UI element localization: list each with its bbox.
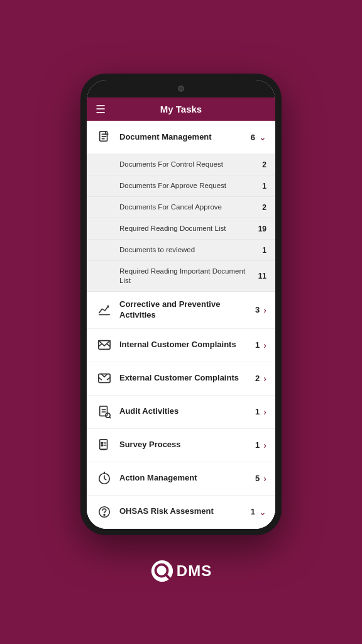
cancel-approve-label: Documents For Cancel Approve [119, 203, 262, 212]
document-icon [96, 128, 113, 146]
required-reading-important-count: 11 [258, 272, 266, 280]
svg-line-10 [109, 417, 110, 418]
app-header: ☰ My Tasks [87, 97, 275, 121]
sub-item-docs-reviewed[interactable]: Documents to reviewed 1 [87, 240, 275, 261]
internal-icon [96, 336, 113, 354]
corrective-preventive-chevron: › [263, 305, 266, 315]
menu-item-corrective-preventive[interactable]: Corrective and Preventive Activities 3 › [87, 292, 275, 329]
survey-process-chevron: › [263, 440, 266, 450]
audit-icon [96, 403, 113, 421]
corrective-preventive-label: Corrective and Preventive Activities [119, 299, 255, 321]
audit-activities-label: Audit Activities [119, 406, 255, 417]
docs-reviewed-label: Documents to reviewed [119, 245, 262, 255]
survey-process-count: 1 [255, 440, 260, 450]
external-complaints-chevron: › [263, 374, 266, 384]
external-complaints-label: External Customer Complaints [119, 373, 255, 384]
action-management-count: 5 [255, 474, 260, 483]
phone-shell: ☰ My Tasks Document Management 6 ⌄ [80, 74, 282, 535]
svg-point-14 [101, 445, 102, 446]
menu-item-survey-process[interactable]: Survey Process 1 › [87, 429, 275, 462]
docs-reviewed-count: 1 [262, 246, 266, 255]
document-management-label: Document Management [119, 132, 251, 143]
external-icon [96, 370, 113, 387]
corrective-preventive-count: 3 [255, 305, 260, 314]
sub-item-control-request[interactable]: Documents For Control Request 2 [87, 154, 275, 175]
survey-process-label: Survey Process [119, 440, 255, 450]
document-management-count: 6 [251, 133, 255, 142]
external-complaints-count: 2 [255, 374, 260, 383]
menu-item-internal-complaints[interactable]: Internal Customer Complaints 1 › [87, 329, 275, 362]
internal-complaints-chevron: › [263, 340, 266, 350]
logo-area: DMS [150, 548, 212, 589]
phone-screen: ☰ My Tasks Document Management 6 ⌄ [87, 80, 275, 528]
camera [178, 86, 184, 92]
hamburger-menu-icon[interactable]: ☰ [96, 103, 106, 116]
action-management-label: Action Management [119, 473, 255, 484]
sub-item-required-reading[interactable]: Required Reading Document List 19 [87, 218, 275, 240]
document-management-chevron: ⌄ [259, 132, 266, 142]
required-reading-count: 19 [258, 225, 266, 233]
survey-icon [96, 436, 113, 454]
action-icon [96, 470, 113, 487]
menu-item-action-management[interactable]: Action Management 5 › [87, 462, 275, 496]
logo-text: DMS [177, 562, 212, 580]
phone-notch [87, 80, 275, 97]
menu-item-external-complaints[interactable]: External Customer Complaints 2 › [87, 362, 275, 396]
qdms-logo-icon [150, 559, 174, 583]
audit-activities-chevron: › [263, 407, 266, 417]
control-request-count: 2 [262, 160, 266, 169]
menu-item-ohsas-risk[interactable]: OHSAS Risk Assesment 1 ⌄ [87, 496, 275, 529]
menu-item-audit-activities[interactable]: Audit Activities 1 › [87, 396, 275, 429]
chart-icon [96, 301, 113, 319]
ohsas-risk-chevron: ⌄ [259, 507, 266, 517]
svg-point-20 [104, 514, 105, 515]
ohsas-risk-count: 1 [251, 507, 255, 516]
approve-request-count: 1 [262, 182, 266, 191]
task-list: Document Management 6 ⌄ Documents For Co… [87, 121, 275, 528]
header-title: My Tasks [160, 104, 202, 114]
sub-item-cancel-approve[interactable]: Documents For Cancel Approve 2 [87, 197, 275, 218]
audit-activities-count: 1 [255, 407, 260, 416]
svg-point-12 [101, 442, 102, 443]
document-management-sub-items: Documents For Control Request 2 Document… [87, 154, 275, 292]
svg-rect-11 [100, 440, 107, 450]
sub-item-required-reading-important[interactable]: Required Reading Important Document List… [87, 261, 275, 292]
ohsas-risk-label: OHSAS Risk Assesment [119, 506, 251, 517]
internal-complaints-label: Internal Customer Complaints [119, 340, 255, 350]
ohsas-icon [96, 503, 113, 521]
cancel-approve-count: 2 [262, 203, 266, 212]
approve-request-label: Documents For Approve Request [119, 181, 262, 191]
internal-complaints-count: 1 [255, 340, 260, 350]
menu-item-document-management[interactable]: Document Management 6 ⌄ [87, 121, 275, 154]
control-request-label: Documents For Control Request [119, 160, 262, 169]
sub-item-approve-request[interactable]: Documents For Approve Request 1 [87, 175, 275, 197]
action-management-chevron: › [263, 474, 266, 484]
required-reading-important-label: Required Reading Important Document List [119, 267, 258, 286]
required-reading-label: Required Reading Document List [119, 224, 258, 233]
